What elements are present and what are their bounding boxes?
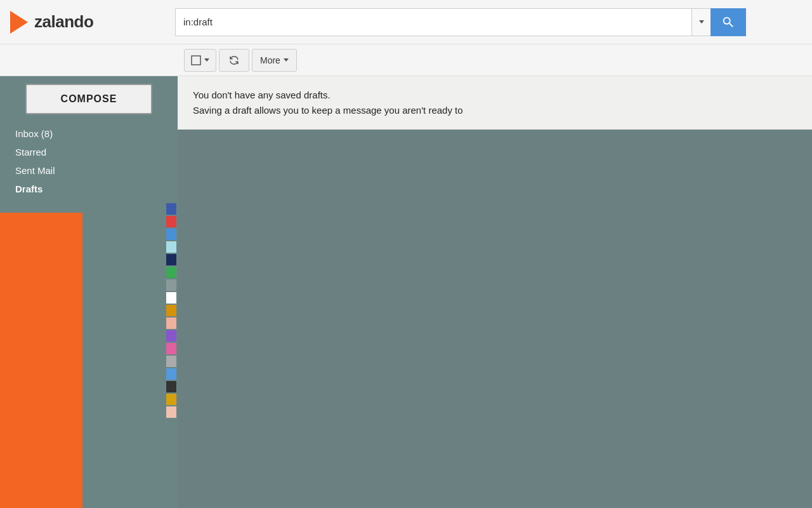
search-area	[175, 8, 746, 36]
sidebar-item-sent[interactable]: Sent Mail	[0, 161, 178, 180]
color-swatch[interactable]	[166, 406, 176, 418]
search-dropdown-button[interactable]	[691, 8, 710, 36]
checkbox-icon	[191, 55, 201, 65]
color-swatch[interactable]	[166, 318, 176, 329]
color-swatch[interactable]	[166, 203, 176, 215]
color-swatch[interactable]	[166, 394, 176, 405]
sidebar-item-starred[interactable]: Starred	[0, 143, 178, 161]
color-swatch[interactable]	[166, 229, 176, 240]
color-swatch[interactable]	[166, 356, 176, 367]
main-layout: COMPOSE Inbox (8) Starred Sent Mail Draf…	[0, 76, 812, 508]
color-swatch[interactable]	[166, 368, 176, 380]
drafts-empty-title: You don't have any saved drafts.	[193, 90, 331, 100]
sidebar-item-inbox[interactable]: Inbox (8)	[0, 124, 178, 143]
color-swatch[interactable]	[166, 254, 176, 265]
search-input[interactable]	[175, 8, 691, 36]
svg-rect-0	[192, 56, 200, 65]
more-button[interactable]: More	[252, 49, 297, 72]
chevron-down-icon	[284, 58, 289, 62]
color-swatches	[166, 203, 178, 418]
zalando-logo-icon	[10, 11, 28, 34]
color-swatch[interactable]	[166, 381, 176, 392]
color-swatch[interactable]	[166, 267, 176, 278]
refresh-icon	[228, 55, 240, 66]
chevron-down-icon	[204, 58, 209, 62]
refresh-button[interactable]	[219, 49, 249, 72]
color-swatch[interactable]	[166, 343, 176, 354]
compose-button[interactable]: COMPOSE	[25, 84, 152, 114]
orange-block	[0, 213, 82, 508]
color-swatch[interactable]	[166, 216, 176, 227]
color-swatch[interactable]	[166, 305, 176, 316]
sidebar: COMPOSE Inbox (8) Starred Sent Mail Draf…	[0, 76, 178, 508]
header: zalando	[0, 0, 812, 44]
logo-area: zalando	[10, 11, 175, 34]
color-swatch[interactable]	[166, 330, 176, 342]
drafts-empty-message: You don't have any saved drafts. Saving …	[178, 76, 812, 130]
color-swatch[interactable]	[166, 241, 176, 253]
content-area: You don't have any saved drafts. Saving …	[178, 76, 812, 508]
color-swatch[interactable]	[166, 279, 176, 291]
search-icon	[721, 15, 735, 29]
chevron-down-icon	[699, 20, 704, 23]
search-button[interactable]	[710, 8, 746, 36]
drafts-empty-desc: Saving a draft allows you to keep a mess…	[193, 105, 463, 116]
logo-text: zalando	[34, 12, 93, 32]
toolbar: More	[0, 44, 812, 76]
select-checkbox-button[interactable]	[184, 49, 216, 72]
color-swatch[interactable]	[166, 292, 176, 304]
sidebar-item-drafts[interactable]: Drafts	[0, 180, 178, 198]
more-label: More	[260, 55, 280, 65]
